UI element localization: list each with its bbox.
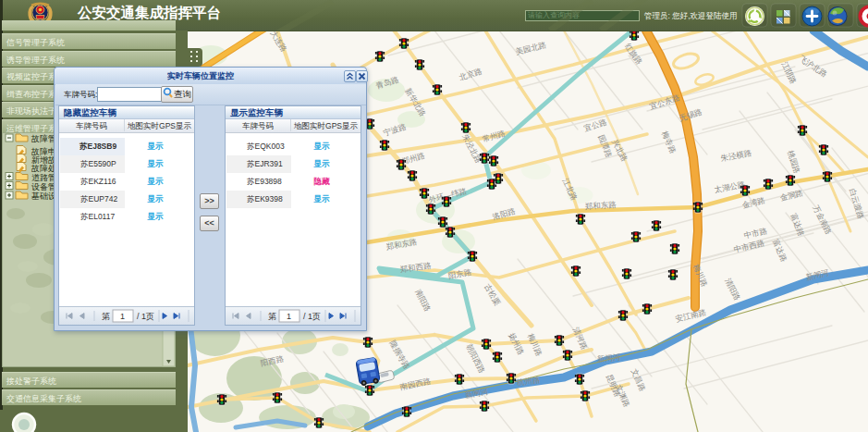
- svg-text:/ 1页: / 1页: [137, 312, 154, 321]
- svg-text:1: 1: [120, 312, 125, 321]
- svg-text:第: 第: [268, 312, 276, 321]
- svg-text:1: 1: [287, 312, 291, 321]
- svg-text:第: 第: [102, 312, 110, 321]
- svg-text:/ 1页: / 1页: [303, 312, 321, 321]
